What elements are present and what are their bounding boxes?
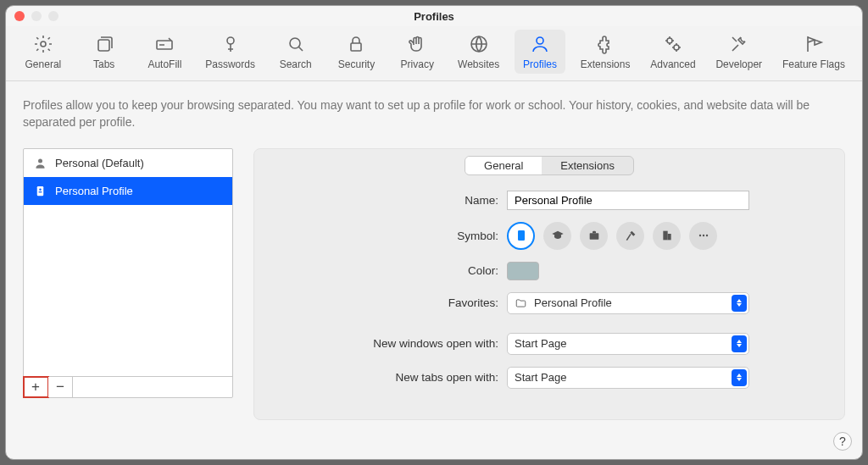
graduation-cap-icon [551, 229, 565, 242]
svg-point-12 [39, 188, 42, 191]
hammer-icon [624, 229, 637, 242]
maximize-window-button[interactable] [48, 11, 58, 21]
symbol-option-hammer[interactable] [616, 222, 644, 250]
svg-rect-13 [39, 191, 42, 192]
svg-rect-14 [518, 230, 525, 241]
svg-point-10 [38, 158, 42, 163]
tab-advanced[interactable]: Advanced [645, 30, 700, 74]
tab-search[interactable]: Search [270, 30, 321, 74]
minimize-window-button[interactable] [31, 11, 42, 21]
hand-icon [406, 33, 428, 55]
tab-label: Passwords [205, 58, 255, 70]
new-windows-select[interactable]: Start Page [507, 333, 749, 355]
profile-name: Personal Profile [55, 185, 133, 197]
new-tabs-label: New tabs open with: [270, 371, 507, 384]
remove-profile-button[interactable]: − [48, 377, 73, 397]
symbol-option-building[interactable] [653, 222, 681, 250]
tab-extensions[interactable]: Extensions [576, 30, 636, 74]
symbol-option-more[interactable] [689, 222, 717, 250]
preferences-window: Profiles General Tabs AutoFill Passwords… [5, 5, 863, 460]
svg-point-8 [667, 38, 672, 43]
search-icon [285, 33, 307, 55]
svg-point-4 [290, 38, 300, 48]
color-picker[interactable] [507, 262, 539, 280]
tab-general[interactable]: General [18, 30, 69, 74]
tab-passwords[interactable]: Passwords [200, 30, 260, 74]
new-windows-label: New windows open with: [270, 337, 507, 350]
tabs-icon [93, 33, 115, 55]
svg-rect-1 [98, 40, 109, 51]
favorites-label: Favorites: [270, 296, 507, 309]
person-icon [529, 33, 551, 55]
puzzle-icon [594, 33, 616, 55]
tab-label: General [25, 58, 62, 70]
svg-rect-15 [589, 233, 598, 239]
tab-label: Extensions [581, 58, 631, 70]
flags-icon [803, 33, 825, 55]
traffic-lights [14, 11, 58, 21]
name-input[interactable] [507, 191, 749, 210]
detail-tab-extensions[interactable]: Extensions [542, 157, 633, 174]
symbol-option-briefcase[interactable] [580, 222, 608, 250]
tab-developer[interactable]: Developer [710, 30, 767, 74]
symbol-option-badge[interactable] [507, 222, 535, 250]
toolbar-spacer [73, 377, 232, 397]
ellipsis-icon [697, 229, 710, 242]
svg-point-18 [698, 235, 700, 236]
favorites-select[interactable]: Personal Profile [507, 292, 749, 314]
name-label: Name: [270, 194, 507, 207]
tools-icon [728, 33, 750, 55]
symbol-label: Symbol: [270, 230, 507, 242]
detail-tabs: General Extensions [270, 156, 829, 175]
profile-row-default[interactable]: Personal (Default) [24, 149, 232, 177]
new-tabs-select[interactable]: Start Page [507, 367, 749, 389]
help-button[interactable]: ? [833, 432, 852, 451]
color-label: Color: [270, 264, 507, 277]
select-value: Personal Profile [534, 296, 612, 309]
tab-label: Advanced [650, 58, 695, 70]
tab-feature-flags[interactable]: Feature Flags [777, 30, 850, 74]
select-value: Start Page [515, 337, 566, 350]
gear-icon [32, 33, 54, 55]
tab-label: Privacy [401, 58, 434, 70]
svg-rect-16 [663, 231, 667, 241]
tab-websites[interactable]: Websites [453, 30, 504, 74]
profile-row-selected[interactable]: Personal Profile [24, 177, 232, 205]
tab-label: Feature Flags [782, 58, 845, 70]
tab-label: Profiles [523, 58, 557, 70]
svg-point-19 [702, 235, 704, 236]
tab-tabs[interactable]: Tabs [79, 30, 130, 74]
key-icon [220, 33, 242, 55]
close-window-button[interactable] [14, 11, 25, 21]
svg-rect-11 [37, 185, 44, 195]
badge-icon [515, 229, 528, 242]
tab-label: Search [280, 58, 312, 70]
tab-label: Security [338, 58, 375, 70]
titlebar: Profiles [6, 6, 862, 26]
badge-icon [34, 185, 47, 197]
toolbar: General Tabs AutoFill Passwords Search S… [6, 26, 862, 81]
tab-autofill[interactable]: AutoFill [139, 30, 190, 74]
svg-point-3 [227, 37, 234, 44]
tab-profiles[interactable]: Profiles [515, 30, 565, 74]
window-title: Profiles [414, 10, 454, 23]
tab-label: AutoFill [147, 58, 181, 70]
tab-privacy[interactable]: Privacy [392, 30, 442, 74]
symbol-option-graduation[interactable] [543, 222, 571, 250]
svg-point-7 [537, 37, 543, 44]
add-remove-bar: + − [24, 376, 232, 397]
person-icon [34, 157, 47, 169]
building-icon [660, 229, 674, 242]
add-profile-button[interactable]: + [24, 377, 48, 397]
svg-point-0 [41, 42, 46, 47]
tab-label: Developer [715, 58, 762, 70]
stepper-icon [732, 369, 747, 386]
briefcase-icon [587, 229, 601, 242]
tab-security[interactable]: Security [331, 30, 381, 74]
tab-label: Websites [458, 58, 499, 70]
profile-list: Personal (Default) Personal Profile [24, 149, 232, 376]
stepper-icon [732, 295, 747, 312]
detail-tab-general[interactable]: General [465, 157, 542, 174]
lock-icon [345, 33, 367, 55]
profiles-sidebar: Personal (Default) Personal Profile + − [23, 148, 233, 398]
